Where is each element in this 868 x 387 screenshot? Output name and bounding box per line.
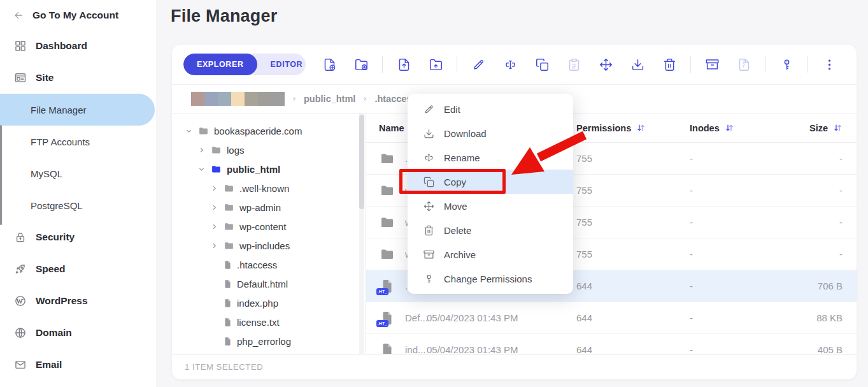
tree-item-htaccess[interactable]: .htaccess: [185, 255, 357, 274]
toolbar-archive-button[interactable]: [696, 53, 728, 76]
toolbar-upload-file-button[interactable]: [388, 53, 420, 76]
toolbar-copy-button[interactable]: [526, 53, 558, 76]
sort-icon: [833, 123, 843, 133]
tree-item-wp-admin[interactable]: wp-admin: [185, 198, 357, 217]
toolbar-edit-button[interactable]: [462, 53, 494, 76]
cell-size: 405 B: [795, 344, 857, 354]
chev-right-icon: [210, 184, 218, 193]
tab-explorer[interactable]: EXPLORER: [183, 54, 257, 75]
sort-icon: [636, 123, 646, 133]
toolbar-new-folder-button[interactable]: [345, 53, 377, 76]
toolbar-new-file-button[interactable]: [313, 53, 345, 76]
rename-icon: [423, 152, 434, 163]
toolbar-divider: [457, 56, 457, 73]
tree-item-label: .well-known: [239, 183, 289, 194]
tree-item-well-known[interactable]: .well-known: [185, 179, 357, 198]
tree-item-default-html[interactable]: Default.html: [185, 274, 357, 293]
sidebar-item-domain[interactable]: Domain: [0, 317, 156, 349]
new-file-icon: [323, 58, 336, 71]
view-mode-tabs: EXPLORER EDITOR: [183, 54, 306, 75]
move-icon: [423, 201, 434, 212]
cell-modified: 05/04/2023 01:43 PM: [427, 344, 576, 354]
table-row-def[interactable]: .HT_Def...05/04/2023 01:43 PM644-88 KB: [366, 302, 857, 334]
sidebar-item-security[interactable]: Security: [0, 221, 156, 253]
tree-indent: [210, 280, 218, 288]
table-row-ind[interactable]: ind...05/04/2023 01:43 PM644-405 B: [366, 334, 857, 354]
chev-right-icon: [210, 223, 218, 231]
sidebar-item-email[interactable]: Email: [0, 349, 156, 381]
menu-item-label: Archive: [444, 249, 476, 260]
back-to-account-link[interactable]: Go To My Account: [0, 0, 156, 21]
sidebar-item-label: Site: [36, 72, 53, 84]
site-icon: [14, 71, 27, 84]
tree-item-index-php[interactable]: index.php: [185, 293, 357, 312]
sidebar-item-speed[interactable]: Speed: [0, 253, 156, 285]
toolbar-actions: [313, 53, 845, 76]
file-name: ind...: [405, 344, 426, 354]
tree-scrollbar[interactable]: [359, 115, 364, 209]
toolbar-divider: [690, 56, 691, 73]
sidebar-item-label: Email: [36, 359, 62, 370]
tree-item-wp-includes[interactable]: wp-includes: [185, 236, 357, 255]
file-type-badge: .HT_: [376, 320, 388, 327]
tree-indent: [210, 318, 218, 326]
tree-item-label: bookaspaceride.com: [214, 126, 302, 136]
tree-item-wp-content[interactable]: wp-content: [185, 217, 357, 236]
sidebar-item-dashboard[interactable]: Dashboard: [0, 30, 156, 62]
context-menu-item-archive[interactable]: Archive: [408, 242, 573, 267]
tree-indent: [210, 261, 218, 269]
toolbar: EXPLORER EDITOR: [172, 45, 857, 84]
toolbar-upload-folder-button[interactable]: [420, 53, 452, 76]
context-menu-item-move[interactable]: Move: [408, 194, 573, 218]
page: { "header": { "title": "File Manager" },…: [0, 0, 868, 387]
column-header-inodes[interactable]: Inodes: [690, 123, 795, 133]
sidebar-item-label: MySQL: [31, 168, 62, 179]
tree-item-license-txt[interactable]: license.txt: [185, 312, 357, 332]
tab-editor[interactable]: EDITOR: [257, 54, 306, 75]
cell-size: -: [795, 217, 857, 228]
toolbar-rename-button[interactable]: [494, 53, 526, 76]
toolbar-more-button[interactable]: [813, 53, 845, 76]
toolbar-permissions-button[interactable]: [771, 53, 802, 76]
breadcrumb-segment-public-html[interactable]: public_html: [304, 94, 355, 104]
context-menu-item-change-permissions[interactable]: Change Permissions: [408, 267, 573, 291]
column-label: Size: [809, 123, 828, 133]
column-header-size[interactable]: Size: [795, 123, 857, 133]
file-name: Def...: [405, 312, 428, 323]
new-folder-icon: [355, 58, 368, 71]
toolbar-download-button[interactable]: [622, 53, 653, 76]
globe-icon: [14, 326, 27, 339]
tree-item-public-html[interactable]: public_html: [185, 159, 357, 179]
sidebar-item-ftp-accounts[interactable]: FTP Accounts: [0, 126, 156, 157]
sidebar-item-file-manager[interactable]: File Manager: [0, 94, 155, 126]
column-label: Name: [379, 123, 404, 133]
toolbar-paste-button[interactable]: [558, 53, 590, 76]
tree-item-logs[interactable]: logs: [185, 140, 357, 159]
redacted-block: [258, 92, 271, 106]
context-menu-item-edit[interactable]: Edit: [408, 97, 573, 121]
file-fill-icon: [223, 259, 232, 270]
tree-item-php-errorlog[interactable]: php_errorlog: [185, 332, 357, 351]
cell-permissions: 755: [576, 217, 690, 228]
cell-modified: 05/04/2023 01:43 PM: [427, 312, 576, 323]
column-header-permissions[interactable]: Permissions: [576, 123, 690, 133]
file-fill-icon: [223, 279, 232, 289]
sidebar-item-site[interactable]: Site: [0, 62, 156, 94]
sidebar-scrollbar[interactable]: [0, 125, 2, 225]
tree-item-label: wp-includes: [239, 240, 290, 251]
cell-inodes: -: [690, 281, 795, 291]
page-title: File Manager: [171, 6, 277, 26]
toolbar-delete-button[interactable]: [653, 53, 685, 76]
sidebar-item-postgresql[interactable]: PostgreSQL: [0, 189, 156, 221]
tree-item-bookaspaceride-com[interactable]: bookaspaceride.com: [185, 121, 357, 140]
cell-permissions: 644: [576, 344, 690, 354]
cell-permissions: 644: [576, 281, 690, 291]
toolbar-divider: [382, 56, 383, 73]
sort-icon: [725, 123, 734, 133]
sidebar-item-mysql[interactable]: MySQL: [0, 157, 156, 189]
toolbar-move-button[interactable]: [590, 53, 622, 76]
sidebar-item-wordpress[interactable]: WordPress: [0, 285, 156, 317]
context-menu-item-delete[interactable]: Delete: [408, 218, 573, 242]
cell-permissions: 755: [576, 249, 690, 259]
toolbar-extract-button[interactable]: [728, 53, 760, 76]
